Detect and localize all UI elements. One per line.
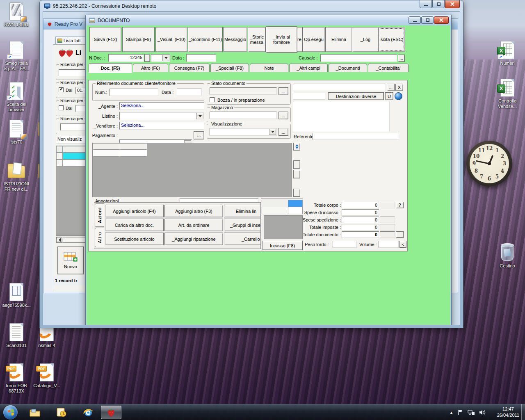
bozza-checkbox[interactable] [210, 97, 215, 102]
spese-spedizione-extra[interactable] [380, 217, 395, 223]
cliente-input[interactable] [293, 84, 386, 91]
desktop-icon-scelta-browser[interactable]: Scelta del browser [1, 81, 32, 112]
agente-selector[interactable]: Seleziona... [119, 102, 204, 110]
tab-altro[interactable]: Altro (F6) [133, 64, 168, 72]
codice-input[interactable] [293, 93, 325, 100]
row-selector[interactable] [56, 153, 63, 160]
chevron-down-icon[interactable] [269, 129, 276, 135]
move-row-button[interactable] [293, 143, 300, 151]
spese-incasso-value[interactable]: 0 [342, 209, 379, 216]
stato-browse-button[interactable]: ... [278, 87, 288, 95]
close-button[interactable] [445, 0, 460, 8]
articoli-da-ordinare-button[interactable]: Art. da ordinare [164, 219, 223, 231]
globe-icon[interactable] [395, 92, 402, 100]
totale-documento-extra[interactable] [380, 231, 395, 238]
messaggio-button[interactable]: Messaggio [223, 27, 247, 52]
elimina-linea-button[interactable]: Elimina lin [224, 205, 261, 217]
aggiungi-riparazione-button[interactable]: _Aggiungi riparazione [164, 233, 223, 245]
data-input[interactable] [186, 54, 216, 62]
show-desktop-button[interactable] [521, 404, 525, 420]
righe-documento-grid[interactable] [92, 143, 292, 197]
totale-documento-button[interactable] [396, 231, 404, 238]
help-button[interactable]: ? [396, 202, 404, 208]
totale-imposte-value[interactable]: 0 [342, 224, 379, 231]
totale-imposte-extra[interactable] [380, 224, 395, 231]
taskbar-clock[interactable]: 12:47 26/04/2011 [497, 406, 519, 418]
network-icon[interactable] [468, 409, 475, 415]
taskbar-ie-button[interactable] [81, 406, 95, 419]
scroll-left-button[interactable] [56, 237, 62, 242]
chevron-down-icon[interactable] [162, 55, 169, 61]
magazzino-browse-button[interactable]: ... [278, 112, 288, 119]
side-button-3[interactable] [293, 189, 300, 197]
clock-gadget[interactable]: 12 1 2 3 4 5 6 7 8 9 10 11 [466, 141, 512, 187]
salva-button[interactable]: Salva (F12) [89, 27, 121, 52]
maximize-button[interactable] [432, 0, 445, 8]
operazioni-eseguite-button[interactable]: Op.esegu [302, 27, 325, 52]
tab-altro-azioni[interactable]: Altro [95, 228, 104, 247]
causale-input[interactable] [320, 54, 397, 62]
desktop-icon-scan0101[interactable]: Scan0101 [1, 322, 32, 348]
volume-icon[interactable] [479, 409, 486, 415]
stato-input[interactable] [210, 87, 277, 95]
causale-browse-button[interactable]: ... [398, 55, 405, 62]
listino-dropdown[interactable] [119, 112, 204, 120]
visualizzazione-browse-button[interactable]: ... [278, 128, 288, 136]
chevron-down-icon[interactable] [196, 113, 203, 119]
incasso-button[interactable]: Incasso (F8) [262, 241, 303, 250]
side-button-2[interactable] [293, 170, 300, 178]
tab-note[interactable]: Note [250, 64, 288, 72]
ndoc-input[interactable]: 12345 [108, 54, 144, 62]
invia-al-fornitore-button[interactable]: _Invia al fornitore [266, 26, 297, 53]
dal-checkbox-unchecked[interactable] [59, 105, 64, 110]
taskbar-readypro-button-active[interactable] [101, 406, 121, 419]
visualizza-button[interactable]: _Visual. (F10) [155, 27, 187, 52]
desktop-icon-controllo[interactable]: Controllo Vendite... [492, 78, 523, 109]
totale-documento-value[interactable]: 0 [342, 231, 379, 238]
carica-da-altro-doc-button[interactable]: Carica da altro doc. [105, 219, 164, 231]
taskbar-explorer-button[interactable] [28, 406, 42, 419]
tray-expand-chevron[interactable]: ▲ [450, 411, 453, 415]
carrello-button[interactable]: _Carrello [224, 233, 261, 245]
maximize-button[interactable] [421, 16, 434, 24]
stampa-button[interactable]: Stampa (F9) [122, 27, 155, 52]
nuovo-button[interactable]: Nuovo [57, 247, 84, 274]
desktop-icon-forno-pdf[interactable]: PDF forno EOB 68713X [1, 363, 32, 394]
grid-cell[interactable] [93, 149, 120, 157]
tab-altri-campi[interactable]: _Altri campi [289, 64, 328, 72]
ndoc-series-dropdown[interactable] [151, 54, 170, 62]
indirizzo-textarea[interactable] [293, 101, 390, 132]
scroll-thumb[interactable] [63, 237, 88, 242]
minimize-button[interactable] [409, 16, 421, 24]
grid-cell[interactable] [120, 149, 147, 157]
tab-doc[interactable]: Doc. (F5) [89, 63, 132, 72]
rdp-titlebar[interactable]: 95.225.246.202 - Connessione Desktop rem… [40, 0, 463, 11]
desktop-icon-istruzioni[interactable]: ISTRUZIONI FR new di... [1, 161, 32, 192]
elimina-button[interactable]: Elimina [325, 27, 352, 52]
start-button[interactable] [3, 405, 18, 420]
desktop-icon-aegs[interactable]: aegs75598k... [1, 282, 32, 308]
referente-input[interactable] [313, 133, 399, 140]
desktop-icon-numeri[interactable]: Numeri [492, 40, 523, 66]
peso-lordo-input[interactable] [333, 241, 357, 248]
tab-consegna[interactable]: Consegna (F7) [169, 64, 210, 72]
dal-checkbox-checked[interactable] [59, 87, 64, 92]
grid-header-cell[interactable] [120, 143, 147, 150]
volume-input[interactable] [379, 241, 399, 248]
desktop-icon-ists70[interactable]: ists70 [1, 119, 32, 145]
minimize-button[interactable] [420, 0, 432, 8]
scontrino-button[interactable]: _Scontrino (F11) [188, 27, 223, 52]
sostituzione-articolo-button[interactable]: Sostituzione articolo [105, 233, 164, 245]
tab-contabilita[interactable]: _Contabilita' [368, 64, 409, 72]
cliente-browse-button[interactable]: ... [387, 84, 395, 91]
ndoc-small-button[interactable] [144, 54, 150, 62]
tab-lista-fatture[interactable]: Lista fatt [55, 36, 87, 45]
totale-corpo-value[interactable]: 0 [342, 202, 379, 208]
row-selector[interactable] [56, 160, 63, 167]
tab-speciali[interactable]: _Speciali (F8) [210, 64, 249, 72]
storico-messaggi-button[interactable]: _Storic messa [248, 27, 266, 52]
gruppi-di-inserimento-button[interactable]: _Gruppi di inse [224, 219, 261, 231]
rif-data-input[interactable] [177, 89, 202, 96]
desktop-icon-cestino[interactable]: Cestino [492, 243, 523, 269]
tab-azioni[interactable]: Azioni [95, 203, 104, 227]
